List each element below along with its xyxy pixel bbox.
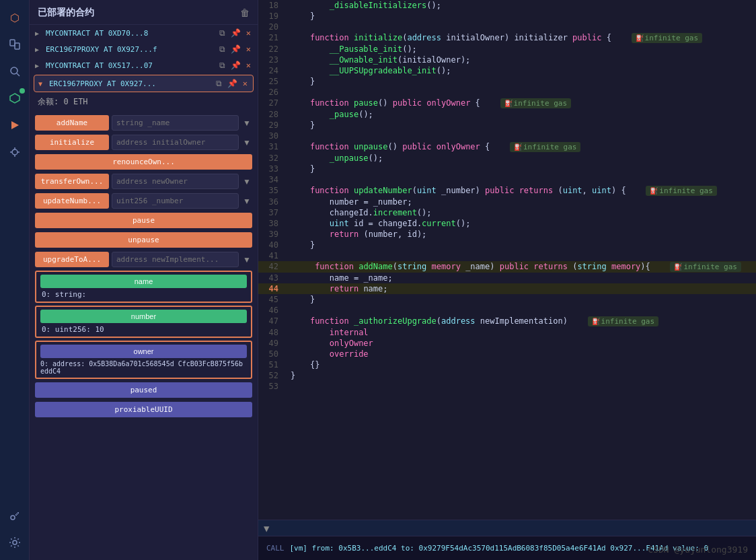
addname-button[interactable]: addName [35,115,109,131]
copy-icon[interactable]: ⧉ [218,60,227,71]
code-line-46: 46 [258,305,756,316]
code-line-21: 21 function initialize(address initialOw… [258,32,756,44]
contract-actions: ⧉ 📌 ✕ [218,28,252,38]
sidebar-header: 已部署的合约 🗑 [30,0,258,25]
code-line-18: 18 _disableInitializers(); [258,0,756,11]
svg-rect-0 [10,40,15,46]
code-line-35: 35 function updateNumber(uint _number) p… [258,185,756,197]
name-button[interactable]: name [40,275,247,288]
chevron-right-icon: ▶ [35,62,43,69]
upgradetoa-button[interactable]: upgradeToA... [35,252,109,267]
func-row-updatenumb: updateNumb... ▼ [35,193,252,209]
copy-icon[interactable]: ⧉ [218,44,227,55]
code-line-26: 26 [258,87,756,98]
code-line-48: 48 internal [258,327,756,338]
number-button[interactable]: number [40,310,247,323]
transferown-input[interactable] [112,174,239,189]
code-line-53: 53 [258,381,756,392]
contract-name: ERC1967PROXY AT 0X927...f [46,45,215,54]
code-line-24: 24 __UUPSUpgradeable_init(); [258,65,756,76]
number-result-box: number 0: uint256: 10 [35,306,252,338]
initialize-expand[interactable]: ▼ [241,138,252,147]
func-row-unpause: unpause [35,232,252,248]
contract-item-mycontract1[interactable]: ▶ MYCONTRACT AT 0XD70...8 ⧉ 📌 ✕ [30,25,258,41]
owner-result-box: owner 0: address: 0x5B38Da6a701c568545d … [35,341,252,379]
svg-marker-4 [10,94,20,103]
code-line-31: 31 function unpause() public onlyOwner {… [258,141,756,153]
transferown-button[interactable]: transferOwn... [35,174,109,189]
pin-icon[interactable]: 📌 [229,44,242,55]
unpause-button[interactable]: unpause [35,232,252,248]
code-line-34: 34 [258,174,756,185]
svg-rect-1 [15,43,20,49]
copy-icon[interactable]: ⧉ [218,28,227,38]
code-line-45: 45 } [258,294,756,305]
sidebar: 已部署的合约 🗑 ▶ MYCONTRACT AT 0XD70...8 ⧉ 📌 ✕… [30,0,258,560]
owner-button[interactable]: owner [40,345,247,358]
initialize-button[interactable]: initialize [35,135,109,150]
debug-icon[interactable] [3,140,27,164]
console-toggle[interactable]: ▼ [258,520,756,536]
code-line-52: 52 } [258,370,756,381]
settings-icon[interactable] [3,530,27,555]
balance-row: 余额: 0 ETH [30,94,258,113]
wrench-icon[interactable] [3,503,27,528]
chevron-right-icon: ▶ [35,30,43,37]
search-icon[interactable] [3,59,27,83]
contract-name: MYCONTRACT AT 0XD70...8 [46,29,215,38]
upgradetoa-expand[interactable]: ▼ [241,255,252,265]
close-icon[interactable]: ✕ [241,78,249,89]
addname-input[interactable] [112,115,239,131]
code-line-30: 30 [258,131,756,141]
initialize-input[interactable] [112,135,239,150]
pause-button[interactable]: pause [35,213,252,228]
owner-address: 0: address: 0x5B38Da6a701c568545d CfcB03… [40,360,247,375]
code-line-49: 49 onlyOwner [258,338,756,349]
func-row-upgradetoa: upgradeToA... ▼ [35,252,252,267]
svg-marker-5 [11,121,19,129]
contract-name: ERC1967PROXY AT 0X927... [49,79,212,88]
logo-icon[interactable]: ⬡ [3,5,27,30]
close-icon[interactable]: ✕ [245,28,252,38]
func-row-pause: pause [35,213,252,228]
close-icon[interactable]: ✕ [245,44,252,55]
contract-item-erc1967proxy2[interactable]: ▼ ERC1967PROXY AT 0X927... ⧉ 📌 ✕ [34,75,254,92]
code-line-42: 42 function addName(string memory _name)… [258,261,756,273]
number-value: 0: uint256: 10 [40,325,247,334]
code-lines: 18 _disableInitializers(); 19 } 20 21 fu… [258,0,756,392]
contract-item-mycontract2[interactable]: ▶ MYCONTRACT AT 0X517...07 ⧉ 📌 ✕ [30,57,258,73]
balance-label: 余额: [38,97,59,106]
renounceown-button[interactable]: renounceOwn... [35,154,252,170]
plugin-icon[interactable] [3,86,27,110]
sidebar-title: 已部署的合约 [38,7,94,19]
code-line-43: 43 name = _name; [258,273,756,283]
close-icon[interactable]: ✕ [245,60,252,71]
upgradetoa-input[interactable] [112,252,239,267]
updatenumb-input[interactable] [112,193,239,209]
updatenumb-expand[interactable]: ▼ [241,197,252,206]
files-icon[interactable] [3,32,27,57]
func-row-paused: paused [35,382,252,398]
svg-point-12 [13,540,17,545]
contract-actions: ⧉ 📌 ✕ [218,44,252,55]
watermark: CSDN @yujunlong3919 [648,545,748,555]
svg-point-11 [11,516,15,520]
updatenumb-button[interactable]: updateNumb... [35,193,109,209]
contract-item-erc1967proxy1[interactable]: ▶ ERC1967PROXY AT 0X927...f ⧉ 📌 ✕ [30,41,258,57]
transferown-expand[interactable]: ▼ [241,177,252,186]
proxiableuuid-button[interactable]: proxiableUUID [35,402,252,417]
contract-name: MYCONTRACT AT 0X517...07 [46,61,215,70]
trash-icon[interactable]: 🗑 [240,7,250,18]
pin-icon[interactable]: 📌 [229,60,242,71]
paused-button[interactable]: paused [35,382,252,398]
deploy-icon[interactable] [3,113,27,137]
pin-icon[interactable]: 📌 [229,28,242,38]
code-line-23: 23 __Ownable_init(initialOwner); [258,55,756,65]
addname-expand[interactable]: ▼ [241,118,252,128]
console-call-tag: CALL [266,544,285,553]
name-value: 0: string: [40,290,247,299]
code-editor[interactable]: 18 _disableInitializers(); 19 } 20 21 fu… [258,0,756,520]
pin-icon[interactable]: 📌 [226,78,239,89]
balance-value: 0 ETH [63,97,87,106]
copy-icon[interactable]: ⧉ [215,78,223,89]
